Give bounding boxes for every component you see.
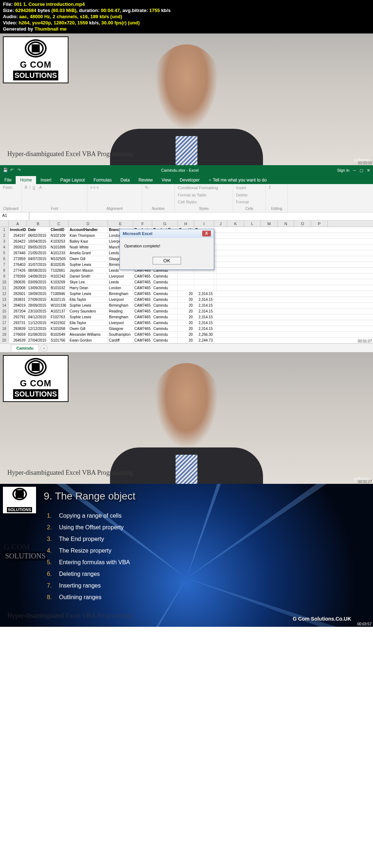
row-header[interactable]: 16 <box>0 314 9 320</box>
cell[interactable]: Corey Saunders <box>68 308 108 314</box>
maximize-icon[interactable]: ▢ <box>360 168 363 173</box>
cell[interactable]: 2,314.15 <box>194 303 214 308</box>
cell[interactable]: W101336 <box>50 303 68 308</box>
cell[interactable]: Liverpool <box>108 297 133 302</box>
cell[interactable]: K101058 <box>50 326 68 331</box>
cell[interactable]: Camindu <box>152 314 178 320</box>
cell[interactable]: 20 <box>178 308 194 314</box>
cell[interactable]: Leeds <box>108 279 133 285</box>
tab-page-layout[interactable]: Page Layout <box>56 176 89 184</box>
cell[interactable]: CAM7465 <box>133 303 152 308</box>
cell[interactable]: Camindu <box>152 320 178 326</box>
cell[interactable]: 27/04/2015 <box>27 338 50 343</box>
cell[interactable]: 283831 <box>9 297 27 302</box>
cell[interactable]: N102109 <box>50 233 68 238</box>
row-header[interactable]: 2 <box>0 233 9 238</box>
row-header[interactable]: 19 <box>0 332 9 337</box>
cell[interactable]: Daniel Smith <box>68 274 108 279</box>
cell[interactable]: Birmingham <box>108 314 133 320</box>
table-row[interactable]: 1829383912/12/2015K101058Owen GillGlasgo… <box>0 326 373 332</box>
tab-file[interactable]: File <box>0 176 16 184</box>
row-header[interactable]: 5 <box>0 250 9 256</box>
cell[interactable]: 09/05/2015 <box>27 244 50 250</box>
cell[interactable]: 2,314.15 <box>194 320 214 326</box>
format-cells[interactable]: Format <box>236 200 263 204</box>
row-header[interactable]: 17 <box>0 320 9 326</box>
cell[interactable]: CAM7465 <box>133 285 152 291</box>
row-header[interactable]: 15 <box>0 308 9 314</box>
cell[interactable]: A101233 <box>50 250 68 256</box>
cell[interactable] <box>194 285 214 291</box>
table-row[interactable]: 2026453927/04/2015S101766Ewan GordonCard… <box>0 338 373 343</box>
cell[interactable]: Alexander Williams <box>68 332 108 337</box>
cell[interactable] <box>214 274 217 279</box>
cell[interactable]: H102242 <box>50 274 68 279</box>
cell[interactable] <box>194 274 214 279</box>
cell[interactable]: CAM7465 <box>133 332 152 337</box>
cell[interactable]: 20 <box>178 320 194 326</box>
cell[interactable] <box>178 279 194 285</box>
tab-view[interactable]: View <box>157 176 176 184</box>
row-header[interactable]: 4 <box>0 244 9 250</box>
cell[interactable]: 04/07/2015 <box>27 256 50 262</box>
cell[interactable]: 254197 <box>9 233 27 238</box>
cell[interactable]: Glasgow <box>108 326 133 331</box>
col-F[interactable]: F <box>133 220 152 227</box>
row-header[interactable]: 12 <box>0 291 9 296</box>
cell[interactable]: 01/08/2015 <box>27 332 50 337</box>
cell[interactable]: 2,314.15 <box>194 326 214 331</box>
header-cell[interactable]: ClientID <box>50 227 68 232</box>
cell[interactable]: Owen Gill <box>68 256 108 262</box>
col-D[interactable]: D <box>68 220 108 227</box>
cell[interactable]: F102763 <box>50 314 68 320</box>
row-header[interactable]: 7 <box>0 262 9 267</box>
tab-review[interactable]: Review <box>134 176 157 184</box>
col-N[interactable]: N <box>278 220 294 227</box>
cell[interactable]: K103253 <box>50 239 68 244</box>
row-header[interactable]: 18 <box>0 326 9 331</box>
cell[interactable]: 18/04/2015 <box>27 239 50 244</box>
row-header[interactable]: 3 <box>0 239 9 244</box>
minimize-icon[interactable]: ─ <box>353 168 356 172</box>
row-header[interactable]: 6 <box>0 256 9 262</box>
table-row[interactable]: 1028063503/09/2015K103269Skye LeeLeedsCA… <box>0 279 373 285</box>
col-J[interactable]: J <box>214 220 227 227</box>
cell[interactable]: Amelia Grant <box>68 250 108 256</box>
table-row[interactable]: 1328383127/09/2015A102115Ella TaylorLive… <box>0 297 373 303</box>
col-H[interactable]: H <box>178 220 194 227</box>
cell[interactable]: CAM7465 <box>133 338 152 343</box>
cell[interactable]: M102505 <box>50 256 68 262</box>
table-row[interactable]: 1927665901/08/2015B102049Alexander Willi… <box>0 332 373 338</box>
cell[interactable]: Camindu <box>152 279 178 285</box>
cell[interactable]: Camindu <box>152 285 178 291</box>
cell[interactable]: Camindu <box>152 326 178 331</box>
cell[interactable]: T102681 <box>50 268 68 273</box>
conditional-formatting[interactable]: Conditional Formatting <box>178 186 230 190</box>
cell[interactable]: 20 <box>178 338 194 343</box>
cell[interactable]: Camindu <box>152 291 178 296</box>
cell[interactable]: 03/09/2015 <box>27 279 50 285</box>
col-G[interactable]: G <box>152 220 178 227</box>
cell[interactable]: 2,314.15 <box>194 308 214 314</box>
cell-styles[interactable]: Cell Styles <box>178 200 230 204</box>
cell[interactable]: T100946 <box>50 291 68 296</box>
cell[interactable]: Camindu <box>152 338 178 343</box>
insert-cells[interactable]: Insert <box>236 186 263 190</box>
name-box[interactable]: A1 <box>0 212 29 220</box>
col-I[interactable]: I <box>194 220 214 227</box>
cell[interactable]: CAM7465 <box>133 326 152 331</box>
cell[interactable]: Reading <box>108 308 133 314</box>
cell[interactable] <box>194 279 214 285</box>
col-A[interactable]: A <box>9 220 27 227</box>
cell[interactable]: 293839 <box>9 326 27 331</box>
cell[interactable]: Camindu <box>152 297 178 302</box>
redo-icon[interactable]: ↷ <box>17 168 23 173</box>
tell-me[interactable]: ♀ Tell me what you want to do <box>204 176 271 184</box>
close-icon[interactable]: ✕ <box>367 168 370 173</box>
cell[interactable]: Liverpool <box>108 320 133 326</box>
col-P[interactable]: P <box>311 220 328 227</box>
cell[interactable]: Camindu <box>152 274 178 279</box>
cell[interactable]: B102035 <box>50 262 68 267</box>
cell[interactable]: 292791 <box>9 314 27 320</box>
cell[interactable]: B102049 <box>50 332 68 337</box>
